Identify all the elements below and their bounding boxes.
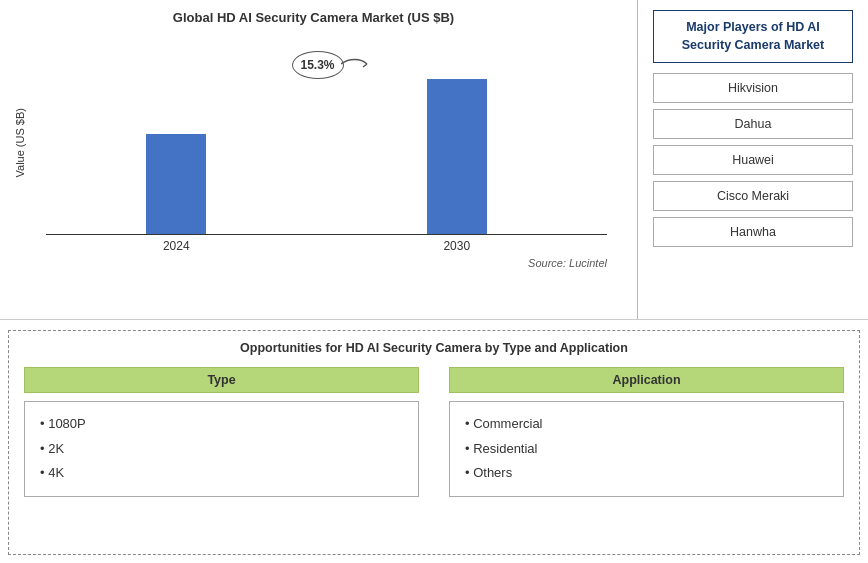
player-cisco-meraki: Cisco Meraki <box>653 181 853 211</box>
main-container: Global HD AI Security Camera Market (US … <box>0 0 868 563</box>
bottom-section: Opportunities for HD AI Security Camera … <box>8 330 860 555</box>
bars-container <box>26 33 617 234</box>
players-area: Major Players of HD AI Security Camera M… <box>638 0 868 319</box>
bar-2030 <box>427 79 487 234</box>
opportunities-title: Opportunities for HD AI Security Camera … <box>24 341 844 355</box>
application-header: Application <box>449 367 844 393</box>
y-axis-label: Value (US $B) <box>10 108 26 178</box>
player-dahua: Dahua <box>653 109 853 139</box>
application-box: Application • Commercial • Residential •… <box>449 367 844 497</box>
bar-2024 <box>146 134 206 234</box>
top-section: Global HD AI Security Camera Market (US … <box>0 0 868 320</box>
chart-title: Global HD AI Security Camera Market (US … <box>10 10 617 25</box>
bar-group-2030 <box>427 79 487 234</box>
players-title: Major Players of HD AI Security Camera M… <box>653 10 853 63</box>
app-item-commercial: • Commercial <box>465 412 828 437</box>
x-axis: 2024 2030 <box>26 235 617 253</box>
type-item-2k: • 2K <box>40 437 403 462</box>
type-item-4k: • 4K <box>40 461 403 486</box>
chart-wrapper: Value (US $B) 15.3% <box>10 33 617 253</box>
app-item-others: • Others <box>465 461 828 486</box>
source-text: Source: Lucintel <box>10 257 617 269</box>
chart-inner: 15.3% <box>26 33 617 253</box>
player-hanwha: Hanwha <box>653 217 853 247</box>
chart-area: Global HD AI Security Camera Market (US … <box>0 0 638 319</box>
x-label-2024: 2024 <box>163 239 190 253</box>
type-item-1080p: • 1080P <box>40 412 403 437</box>
app-item-residential: • Residential <box>465 437 828 462</box>
player-hikvision: Hikvision <box>653 73 853 103</box>
type-list: • 1080P • 2K • 4K <box>24 401 419 497</box>
bottom-content: Type • 1080P • 2K • 4K Application • Com… <box>24 367 844 497</box>
application-list: • Commercial • Residential • Others <box>449 401 844 497</box>
player-huawei: Huawei <box>653 145 853 175</box>
x-label-2030: 2030 <box>443 239 470 253</box>
type-box: Type • 1080P • 2K • 4K <box>24 367 419 497</box>
type-header: Type <box>24 367 419 393</box>
bar-group-2024 <box>146 134 206 234</box>
